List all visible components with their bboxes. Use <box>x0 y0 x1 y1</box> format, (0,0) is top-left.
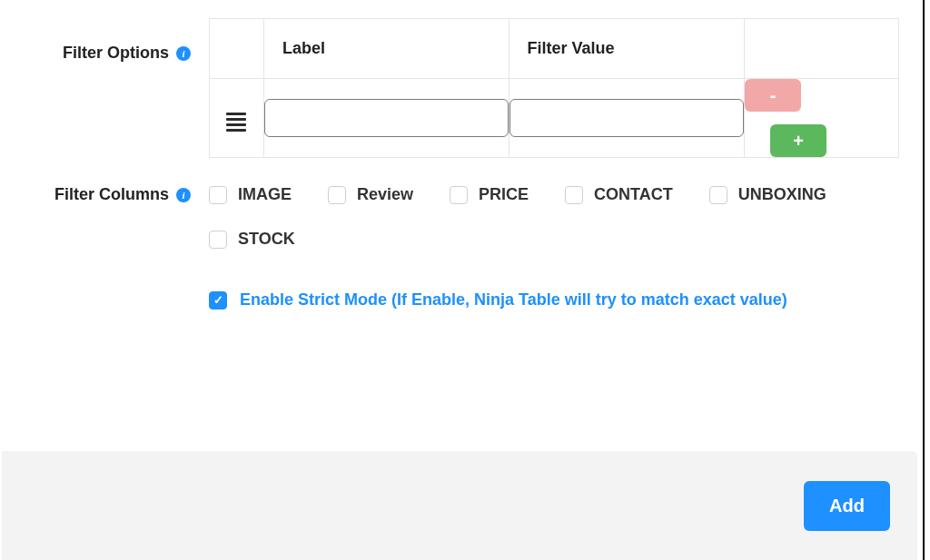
checkbox-image[interactable]: IMAGE <box>209 185 292 204</box>
window-border <box>923 0 925 560</box>
checkbox-label: PRICE <box>479 185 529 204</box>
form-body: Filter Options i Label Filter Value <box>0 0 930 309</box>
filter-options-table: Label Filter Value <box>209 18 899 158</box>
filter-options-text: Filter Options <box>63 44 169 63</box>
col-actions-header <box>745 19 899 79</box>
col-label-header: Label <box>263 19 509 79</box>
checkbox-label: STOCK <box>238 230 295 249</box>
filter-columns-label: Filter Columns i <box>27 185 209 204</box>
checkbox-box <box>565 186 583 204</box>
col-handle-header <box>210 19 264 79</box>
row-actions: - + <box>745 79 898 157</box>
checkbox-label: CONTACT <box>594 185 673 204</box>
strict-mode-checkbox[interactable]: ✓ Enable Strict Mode (If Enable, Ninja T… <box>209 290 787 309</box>
filter-columns-body: IMAGE Review PRICE CONTACT UNBOXING <box>209 185 903 309</box>
checkbox-box <box>328 186 346 204</box>
strict-mode-row: ✓ Enable Strict Mode (If Enable, Ninja T… <box>209 290 903 309</box>
remove-row-button[interactable]: - <box>745 79 801 112</box>
checkbox-box <box>209 186 227 204</box>
checkbox-label: UNBOXING <box>738 185 826 204</box>
checkbox-price[interactable]: PRICE <box>450 185 529 204</box>
col-value-header: Filter Value <box>509 19 745 79</box>
filter-options-row-item: - + <box>210 79 899 158</box>
add-button[interactable]: Add <box>804 481 890 531</box>
checkbox-label: IMAGE <box>238 185 292 204</box>
label-input[interactable] <box>264 99 509 137</box>
strict-mode-label: Enable Strict Mode (If Enable, Ninja Tab… <box>240 290 787 309</box>
check-icon: ✓ <box>213 294 223 306</box>
checkbox-box: ✓ <box>209 291 227 309</box>
info-icon[interactable]: i <box>176 46 191 61</box>
checkbox-contact[interactable]: CONTACT <box>565 185 673 204</box>
filter-columns-text: Filter Columns <box>54 185 169 204</box>
checkbox-box <box>209 231 227 249</box>
checkbox-review[interactable]: Review <box>328 185 413 204</box>
filter-options-body: Label Filter Value <box>209 18 903 158</box>
checkbox-box <box>709 186 727 204</box>
filter-value-input[interactable] <box>510 99 745 137</box>
filter-columns-row: Filter Columns i IMAGE Review PRICE <box>27 185 903 309</box>
checkbox-label: Review <box>357 185 413 204</box>
checkbox-box <box>450 186 468 204</box>
info-icon[interactable]: i <box>176 188 191 202</box>
add-row-button[interactable]: + <box>770 124 826 157</box>
drag-handle-icon[interactable] <box>224 111 248 133</box>
footer: Add <box>2 451 917 560</box>
filter-options-label: Filter Options i <box>27 18 209 63</box>
checkbox-stock[interactable]: STOCK <box>209 230 295 249</box>
filter-columns-checks: IMAGE Review PRICE CONTACT UNBOXING <box>209 185 903 249</box>
checkbox-unboxing[interactable]: UNBOXING <box>709 185 826 204</box>
drag-handle-cell <box>210 79 264 158</box>
filter-options-row: Filter Options i Label Filter Value <box>27 18 903 158</box>
